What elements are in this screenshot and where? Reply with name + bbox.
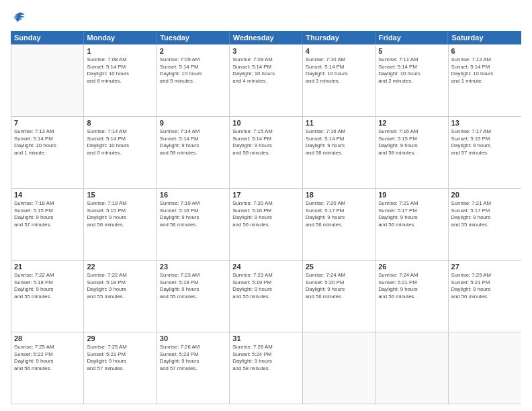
calendar-row-3: 14Sunrise: 7:18 AM Sunset: 5:15 PM Dayli…	[11, 188, 521, 260]
cell-info: Sunrise: 7:14 AM Sunset: 5:14 PM Dayligh…	[87, 128, 153, 156]
cell-info: Sunrise: 7:22 AM Sunset: 5:18 PM Dayligh…	[14, 272, 81, 300]
calendar-cell: 21Sunrise: 7:22 AM Sunset: 5:18 PM Dayli…	[11, 261, 84, 332]
cell-info: Sunrise: 7:14 AM Sunset: 5:14 PM Dayligh…	[160, 128, 226, 156]
day-number: 28	[14, 334, 81, 342]
day-number: 1	[87, 47, 153, 55]
calendar-row-5: 28Sunrise: 7:25 AM Sunset: 5:22 PM Dayli…	[11, 332, 521, 404]
header	[11, 11, 521, 26]
calendar-header: SundayMondayTuesdayWednesdayThursdayFrid…	[11, 31, 521, 44]
calendar-cell: 14Sunrise: 7:18 AM Sunset: 5:15 PM Dayli…	[11, 189, 84, 260]
day-number: 13	[451, 119, 519, 127]
cell-info: Sunrise: 7:24 AM Sunset: 5:20 PM Dayligh…	[306, 272, 372, 300]
cell-info: Sunrise: 7:25 AM Sunset: 5:21 PM Dayligh…	[451, 272, 519, 300]
calendar-cell: 25Sunrise: 7:24 AM Sunset: 5:20 PM Dayli…	[303, 261, 375, 332]
day-number: 5	[378, 47, 445, 55]
day-number: 22	[87, 263, 153, 271]
logo-bird-icon	[11, 11, 26, 26]
calendar-row-2: 7Sunrise: 7:13 AM Sunset: 5:14 PM Daylig…	[11, 116, 521, 188]
calendar-cell: 5Sunrise: 7:11 AM Sunset: 5:14 PM Daylig…	[375, 45, 448, 116]
cell-info: Sunrise: 7:09 AM Sunset: 5:14 PM Dayligh…	[232, 56, 299, 85]
day-number: 31	[232, 334, 299, 342]
cell-info: Sunrise: 7:23 AM Sunset: 5:19 PM Dayligh…	[160, 272, 226, 300]
cell-info: Sunrise: 7:15 AM Sunset: 5:14 PM Dayligh…	[232, 128, 299, 156]
cell-info: Sunrise: 7:26 AM Sunset: 5:24 PM Dayligh…	[232, 344, 299, 372]
calendar-cell: 6Sunrise: 7:12 AM Sunset: 5:14 PM Daylig…	[449, 45, 521, 116]
logo	[11, 11, 28, 26]
calendar-row-4: 21Sunrise: 7:22 AM Sunset: 5:18 PM Dayli…	[11, 260, 521, 332]
weekday-header-thursday: Thursday	[302, 31, 375, 44]
cell-info: Sunrise: 7:22 AM Sunset: 5:18 PM Dayligh…	[87, 272, 153, 300]
calendar-cell: 12Sunrise: 7:16 AM Sunset: 5:15 PM Dayli…	[375, 117, 448, 188]
weekday-header-sunday: Sunday	[11, 31, 84, 44]
cell-info: Sunrise: 7:19 AM Sunset: 5:16 PM Dayligh…	[160, 200, 226, 228]
calendar-cell: 28Sunrise: 7:25 AM Sunset: 5:22 PM Dayli…	[11, 332, 84, 404]
calendar-cell: 18Sunrise: 7:20 AM Sunset: 5:17 PM Dayli…	[303, 189, 375, 260]
cell-info: Sunrise: 7:25 AM Sunset: 5:22 PM Dayligh…	[87, 344, 153, 372]
day-number: 8	[87, 119, 153, 127]
cell-info: Sunrise: 7:17 AM Sunset: 5:15 PM Dayligh…	[451, 128, 519, 156]
calendar: SundayMondayTuesdayWednesdayThursdayFrid…	[11, 31, 521, 404]
calendar-cell: 7Sunrise: 7:13 AM Sunset: 5:14 PM Daylig…	[11, 117, 84, 188]
calendar-cell: 26Sunrise: 7:24 AM Sunset: 5:21 PM Dayli…	[375, 261, 448, 332]
calendar-cell: 24Sunrise: 7:23 AM Sunset: 5:19 PM Dayli…	[230, 261, 302, 332]
cell-info: Sunrise: 7:20 AM Sunset: 5:16 PM Dayligh…	[232, 200, 299, 228]
calendar-cell: 11Sunrise: 7:16 AM Sunset: 5:14 PM Dayli…	[303, 117, 375, 188]
calendar-cell: 3Sunrise: 7:09 AM Sunset: 5:14 PM Daylig…	[230, 45, 302, 116]
day-number: 21	[14, 263, 81, 271]
calendar-cell: 15Sunrise: 7:19 AM Sunset: 5:15 PM Dayli…	[84, 189, 157, 260]
day-number: 26	[378, 263, 445, 271]
weekday-header-monday: Monday	[84, 31, 157, 44]
calendar-body: 1Sunrise: 7:08 AM Sunset: 5:14 PM Daylig…	[11, 44, 521, 404]
weekday-header-wednesday: Wednesday	[230, 31, 303, 44]
calendar-cell	[11, 45, 84, 116]
day-number: 19	[378, 191, 445, 199]
cell-info: Sunrise: 7:09 AM Sunset: 5:14 PM Dayligh…	[160, 56, 226, 85]
calendar-cell	[449, 332, 521, 404]
cell-info: Sunrise: 7:10 AM Sunset: 5:14 PM Dayligh…	[306, 56, 372, 85]
day-number: 15	[87, 191, 153, 199]
day-number: 17	[232, 191, 299, 199]
weekday-header-saturday: Saturday	[448, 31, 521, 44]
calendar-cell: 2Sunrise: 7:09 AM Sunset: 5:14 PM Daylig…	[157, 45, 230, 116]
calendar-row-1: 1Sunrise: 7:08 AM Sunset: 5:14 PM Daylig…	[11, 44, 521, 116]
calendar-cell: 10Sunrise: 7:15 AM Sunset: 5:14 PM Dayli…	[230, 117, 302, 188]
cell-info: Sunrise: 7:13 AM Sunset: 5:14 PM Dayligh…	[14, 128, 81, 156]
day-number: 4	[306, 47, 372, 55]
calendar-cell: 23Sunrise: 7:23 AM Sunset: 5:19 PM Dayli…	[157, 261, 230, 332]
cell-info: Sunrise: 7:08 AM Sunset: 5:14 PM Dayligh…	[87, 56, 153, 85]
day-number: 29	[87, 334, 153, 342]
cell-info: Sunrise: 7:16 AM Sunset: 5:15 PM Dayligh…	[378, 128, 445, 156]
calendar-cell: 4Sunrise: 7:10 AM Sunset: 5:14 PM Daylig…	[303, 45, 375, 116]
calendar-cell	[375, 332, 448, 404]
day-number: 27	[451, 263, 519, 271]
weekday-header-tuesday: Tuesday	[157, 31, 230, 44]
day-number: 23	[160, 263, 226, 271]
calendar-cell: 16Sunrise: 7:19 AM Sunset: 5:16 PM Dayli…	[157, 189, 230, 260]
day-number: 10	[232, 119, 299, 127]
page: SundayMondayTuesdayWednesdayThursdayFrid…	[0, 0, 532, 411]
day-number: 2	[160, 47, 226, 55]
cell-info: Sunrise: 7:21 AM Sunset: 5:17 PM Dayligh…	[451, 200, 519, 228]
cell-info: Sunrise: 7:18 AM Sunset: 5:15 PM Dayligh…	[14, 200, 81, 228]
day-number: 12	[378, 119, 445, 127]
day-number: 11	[306, 119, 372, 127]
calendar-cell: 19Sunrise: 7:21 AM Sunset: 5:17 PM Dayli…	[375, 189, 448, 260]
cell-info: Sunrise: 7:12 AM Sunset: 5:14 PM Dayligh…	[451, 56, 519, 85]
day-number: 16	[160, 191, 226, 199]
calendar-cell: 13Sunrise: 7:17 AM Sunset: 5:15 PM Dayli…	[449, 117, 521, 188]
calendar-cell: 27Sunrise: 7:25 AM Sunset: 5:21 PM Dayli…	[449, 261, 521, 332]
day-number: 20	[451, 191, 519, 199]
cell-info: Sunrise: 7:25 AM Sunset: 5:22 PM Dayligh…	[14, 344, 81, 372]
calendar-cell: 20Sunrise: 7:21 AM Sunset: 5:17 PM Dayli…	[449, 189, 521, 260]
cell-info: Sunrise: 7:21 AM Sunset: 5:17 PM Dayligh…	[378, 200, 445, 228]
calendar-cell: 1Sunrise: 7:08 AM Sunset: 5:14 PM Daylig…	[84, 45, 157, 116]
calendar-cell: 29Sunrise: 7:25 AM Sunset: 5:22 PM Dayli…	[84, 332, 157, 404]
cell-info: Sunrise: 7:20 AM Sunset: 5:17 PM Dayligh…	[306, 200, 372, 228]
cell-info: Sunrise: 7:23 AM Sunset: 5:19 PM Dayligh…	[232, 272, 299, 300]
calendar-cell: 31Sunrise: 7:26 AM Sunset: 5:24 PM Dayli…	[230, 332, 302, 404]
cell-info: Sunrise: 7:19 AM Sunset: 5:15 PM Dayligh…	[87, 200, 153, 228]
calendar-cell: 9Sunrise: 7:14 AM Sunset: 5:14 PM Daylig…	[157, 117, 230, 188]
calendar-cell: 30Sunrise: 7:26 AM Sunset: 5:23 PM Dayli…	[157, 332, 230, 404]
weekday-header-friday: Friday	[375, 31, 449, 44]
day-number: 3	[232, 47, 299, 55]
